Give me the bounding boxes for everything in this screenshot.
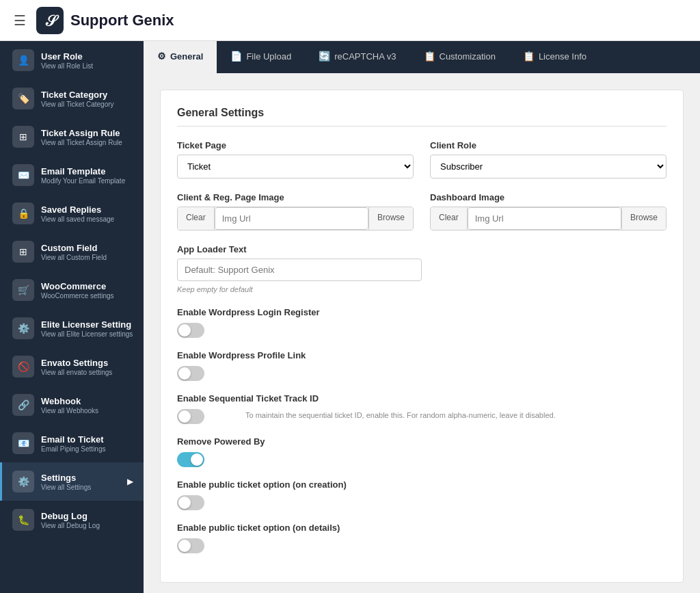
app-loader-label: App Loader Text: [177, 244, 422, 254]
dashboard-image-group: Dashboard Image Clear Browse: [430, 192, 667, 230]
sidebar-item-user-role[interactable]: 👤 User Role View all Role List: [0, 41, 144, 79]
sidebar-item-envato-settings[interactable]: 🚫 Envato Settings View all envato settin…: [0, 347, 144, 386]
client-reg-image-input-group: Clear Browse: [177, 207, 414, 230]
content-area: General Settings Ticket Page TicketSuppo…: [144, 73, 700, 593]
sidebar-icon-envato-settings: 🚫: [12, 356, 34, 378]
sidebar-icon-debug-log: 🐛: [12, 509, 34, 531]
tab-icon-file-upload: 📄: [230, 51, 242, 62]
tab-icon-recaptcha: 🔄: [319, 51, 330, 62]
sidebar-item-custom-field[interactable]: ⊞ Custom Field View all Custom Field: [0, 233, 144, 271]
app-logo: 𝒮 Support Genix: [36, 7, 174, 34]
sidebar-texts-envato-settings: Envato Settings View all envato settings: [41, 358, 133, 376]
tab-file-upload[interactable]: 📄File Upload: [217, 41, 305, 73]
client-role-select[interactable]: SubscriberCustomerEditor: [430, 155, 667, 179]
sidebar-item-ticket-category[interactable]: 🏷️ Ticket Category View all Ticket Categ…: [0, 79, 144, 118]
hamburger-menu[interactable]: ☰: [14, 12, 26, 29]
sidebar-subtitle-saved-replies: View all saved message: [41, 215, 133, 223]
sidebar-title-webhook: Webhook: [41, 396, 133, 406]
image-row: Client & Reg. Page Image Clear Browse Da…: [177, 192, 667, 230]
sidebar-subtitle-email-template: Modify Your Email Template: [41, 177, 133, 185]
toggle-label-wp-login-register: Enable Wordpress Login Register: [177, 307, 667, 317]
sidebar-title-custom-field: Custom Field: [41, 243, 133, 253]
sidebar-title-user-role: User Role: [41, 51, 133, 62]
sidebar-title-envato-settings: Envato Settings: [41, 358, 133, 368]
ticket-client-row: Ticket Page TicketSupportHelp Desk Clien…: [177, 140, 667, 179]
toggle-switch-wp-profile-link[interactable]: [177, 366, 204, 381]
toggle-wrapper-wp-login-register: [177, 323, 667, 338]
sidebar-item-debug-log[interactable]: 🐛 Debug Log View all Debug Log: [0, 501, 144, 539]
sidebar-icon-saved-replies: 🔒: [12, 202, 34, 224]
tab-customization[interactable]: 📋Customization: [410, 41, 509, 73]
sidebar-item-woocommerce[interactable]: 🛒 WooCommerce WooCommerce settings: [0, 271, 144, 309]
sidebar-icon-settings: ⚙️: [12, 471, 34, 492]
sidebar-item-settings[interactable]: ⚙️ Settings View all Settings ▶: [0, 462, 144, 501]
client-reg-url-input[interactable]: [215, 207, 368, 230]
sidebar-subtitle-settings: View all Settings: [41, 484, 124, 491]
sidebar-icon-user-role: 👤: [12, 49, 34, 71]
sidebar-icon-custom-field: ⊞: [12, 241, 34, 263]
client-reg-clear-button[interactable]: Clear: [178, 207, 215, 230]
toggle-row-public-ticket-details: Enable public ticket option (on details): [177, 523, 667, 553]
toggle-desc-sequential-ticket: To maintain the sequential ticket ID, en…: [245, 411, 556, 419]
sidebar-item-ticket-assign-rule[interactable]: ⊞ Ticket Assign Rule View all Ticket Ass…: [0, 118, 144, 156]
dashboard-clear-button[interactable]: Clear: [431, 207, 468, 230]
toggle-switch-remove-powered-by[interactable]: [177, 452, 204, 467]
toggle-row-public-ticket-creation: Enable public ticket option (on creation…: [177, 479, 667, 510]
section-title: General Settings: [177, 107, 667, 127]
tab-general[interactable]: ⚙General: [144, 41, 217, 73]
client-reg-browse-button[interactable]: Browse: [368, 207, 413, 230]
tab-label-recaptcha: reCAPTCHA v3: [334, 51, 396, 62]
tab-icon-license-info: 📋: [523, 51, 535, 62]
topbar: ☰ 𝒮 Support Genix: [0, 0, 700, 41]
sidebar-item-email-to-ticket[interactable]: 📧 Email to Ticket Email Piping Settings: [0, 424, 144, 462]
sidebar-item-webhook[interactable]: 🔗 Webhook View all Webhooks: [0, 386, 144, 424]
sidebar-subtitle-ticket-category: View all Ticket Category: [41, 101, 133, 108]
client-reg-image-label: Client & Reg. Page Image: [177, 192, 414, 202]
sidebar-subtitle-debug-log: View all Debug Log: [41, 522, 133, 529]
sidebar-texts-settings: Settings View all Settings: [41, 473, 124, 491]
sidebar-texts-debug-log: Debug Log View all Debug Log: [41, 511, 133, 529]
sidebar-item-saved-replies[interactable]: 🔒 Saved Replies View all saved message: [0, 194, 144, 233]
tab-bar: ⚙General📄File Upload🔄reCAPTCHA v3📋Custom…: [144, 41, 700, 73]
sidebar-texts-saved-replies: Saved Replies View all saved message: [41, 205, 133, 223]
tab-recaptcha[interactable]: 🔄reCAPTCHA v3: [305, 41, 409, 73]
toggle-label-sequential-ticket: Enable Sequential Ticket Track ID: [177, 393, 667, 404]
settings-card: General Settings Ticket Page TicketSuppo…: [160, 90, 684, 583]
dashboard-url-input[interactable]: [468, 207, 621, 230]
toggle-wrapper-wp-profile-link: [177, 366, 667, 381]
sidebar-icon-email-to-ticket: 📧: [12, 432, 34, 454]
tab-icon-customization: 📋: [424, 51, 435, 62]
tab-license-info[interactable]: 📋License Info: [509, 41, 600, 73]
sidebar-icon-webhook: 🔗: [12, 394, 34, 416]
sidebar-title-email-to-ticket: Email to Ticket: [41, 434, 133, 445]
ticket-page-select[interactable]: TicketSupportHelp Desk: [177, 155, 414, 179]
dashboard-browse-button[interactable]: Browse: [621, 207, 666, 230]
toggle-row-wp-login-register: Enable Wordpress Login Register: [177, 307, 667, 338]
ticket-page-label: Ticket Page: [177, 140, 414, 150]
toggle-label-public-ticket-details: Enable public ticket option (on details): [177, 523, 667, 533]
sidebar-item-email-template[interactable]: ✉️ Email Template Modify Your Email Temp…: [0, 156, 144, 194]
toggle-switch-wp-login-register[interactable]: [177, 323, 204, 338]
sidebar-item-elite-licenser[interactable]: ⚙️ Elite Licenser Setting View all Elite…: [0, 309, 144, 347]
sidebar-subtitle-ticket-assign-rule: View all Ticket Assign Rule: [41, 139, 133, 146]
sidebar-subtitle-email-to-ticket: Email Piping Settings: [41, 445, 133, 453]
tab-label-customization: Customization: [440, 51, 496, 62]
sidebar-icon-ticket-assign-rule: ⊞: [12, 126, 34, 148]
dashboard-image-label: Dashboard Image: [430, 192, 667, 202]
sidebar-subtitle-webhook: View all Webhooks: [41, 407, 133, 414]
app-loader-input[interactable]: [177, 259, 422, 281]
toggle-switch-public-ticket-details[interactable]: [177, 538, 204, 553]
toggle-switch-sequential-ticket[interactable]: [177, 409, 204, 424]
toggle-row-sequential-ticket: Enable Sequential Ticket Track ID To mai…: [177, 393, 667, 424]
tab-icon-general: ⚙: [157, 51, 166, 62]
toggle-label-public-ticket-creation: Enable public ticket option (on creation…: [177, 479, 667, 490]
toggles-container: Enable Wordpress Login Register Enable W…: [177, 307, 667, 553]
sidebar-texts-webhook: Webhook View all Webhooks: [41, 396, 133, 414]
sidebar-title-woocommerce: WooCommerce: [41, 281, 133, 291]
toggle-wrapper-sequential-ticket: To maintain the sequential ticket ID, en…: [177, 409, 667, 424]
app-loader-group: App Loader Text Keep empty for default: [177, 244, 422, 293]
sidebar-texts-email-template: Email Template Modify Your Email Templat…: [41, 166, 133, 185]
toggle-switch-public-ticket-creation[interactable]: [177, 495, 204, 510]
sidebar-arrow-settings: ▶: [127, 477, 133, 486]
toggle-label-remove-powered-by: Remove Powered By: [177, 436, 667, 447]
